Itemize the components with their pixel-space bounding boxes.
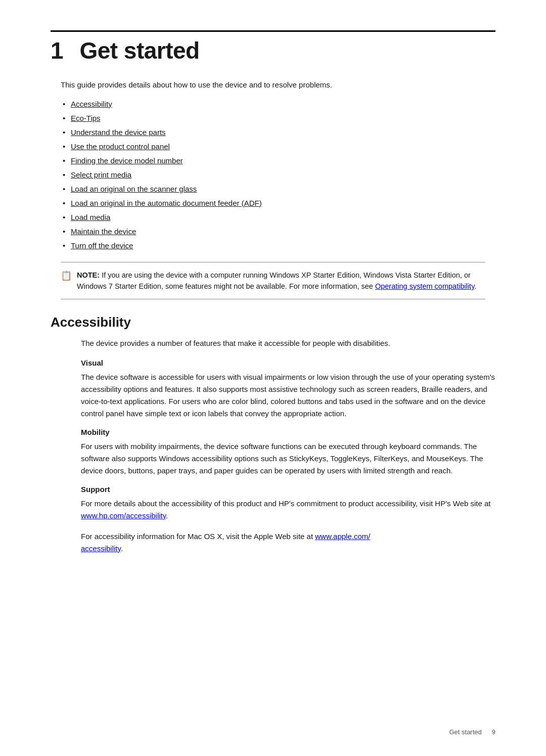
mobility-title: Mobility [81, 428, 495, 436]
toc-link-maintain[interactable]: Maintain the device [71, 227, 136, 236]
chapter-title: 1 Get started [51, 37, 495, 64]
accessibility-section-title: Accessibility [51, 315, 495, 330]
toc-list: Accessibility Eco-Tips Understand the de… [61, 98, 495, 252]
toc-link-understand[interactable]: Understand the device parts [71, 128, 166, 137]
visual-subsection: Visual The device software is accessible… [81, 359, 495, 420]
list-item: Use the product control panel [61, 141, 495, 153]
list-item: Turn off the device [61, 240, 495, 252]
toc-link-load-media[interactable]: Load media [71, 213, 110, 221]
chapter-title-text: Get started [79, 37, 199, 64]
mobility-body: For users with mobility impairments, the… [81, 440, 495, 477]
support-body-1: For more details about the accessibility… [81, 498, 495, 522]
visual-title: Visual [81, 359, 495, 367]
chapter-number: 1 [51, 37, 63, 64]
list-item: Finding the device model number [61, 155, 495, 167]
note-content: NOTE: If you are using the device with a… [77, 270, 485, 292]
toc-link-print-media[interactable]: Select print media [71, 170, 131, 179]
footer-page: 9 [492, 728, 495, 736]
accessibility-section: Accessibility The device provides a numb… [51, 315, 495, 554]
list-item: Maintain the device [61, 226, 495, 238]
list-item: Select print media [61, 169, 495, 181]
note-box: 📋 NOTE: If you are using the device with… [61, 262, 485, 300]
page-container: 1 Get started This guide provides detail… [0, 0, 546, 756]
toc-link-accessibility[interactable]: Accessibility [71, 100, 112, 108]
list-item: Understand the device parts [61, 126, 495, 139]
note-text-after: . [474, 282, 476, 290]
toc-link-scanner-glass[interactable]: Load an original on the scanner glass [71, 185, 197, 193]
list-item: Load media [61, 211, 495, 224]
note-icon: 📋 [61, 270, 72, 281]
chapter-header: 1 Get started [51, 30, 495, 64]
hp-accessibility-link[interactable]: www.hp.com/accessibility [81, 511, 166, 520]
toc-link-eco-tips[interactable]: Eco-Tips [71, 114, 101, 122]
support-subsection: Support For more details about the acces… [81, 485, 495, 555]
support-body-2: For accessibility information for Mac OS… [81, 530, 495, 555]
intro-paragraph: This guide provides details about how to… [61, 79, 495, 91]
accessibility-intro: The device provides a number of features… [81, 337, 495, 349]
support-title: Support [81, 485, 495, 494]
toc-link-turn-off[interactable]: Turn off the device [71, 241, 133, 250]
page-footer: Get started 9 [51, 728, 495, 736]
list-item: Eco-Tips [61, 112, 495, 124]
footer-label: Get started [449, 728, 481, 736]
note-label: NOTE: [77, 271, 100, 279]
toc-link-adf[interactable]: Load an original in the automatic docume… [71, 199, 262, 207]
mobility-subsection: Mobility For users with mobility impairm… [81, 428, 495, 477]
toc-link-control-panel[interactable]: Use the product control panel [71, 142, 170, 151]
list-item: Load an original on the scanner glass [61, 183, 495, 195]
visual-body: The device software is accessible for us… [81, 371, 495, 420]
note-os-link[interactable]: Operating system compatibility [375, 282, 474, 290]
list-item: Load an original in the automatic docume… [61, 197, 495, 209]
apple-accessibility-link[interactable]: www.apple.com/accessibility [81, 532, 370, 553]
toc-link-model-number[interactable]: Finding the device model number [71, 156, 183, 165]
list-item: Accessibility [61, 98, 495, 110]
